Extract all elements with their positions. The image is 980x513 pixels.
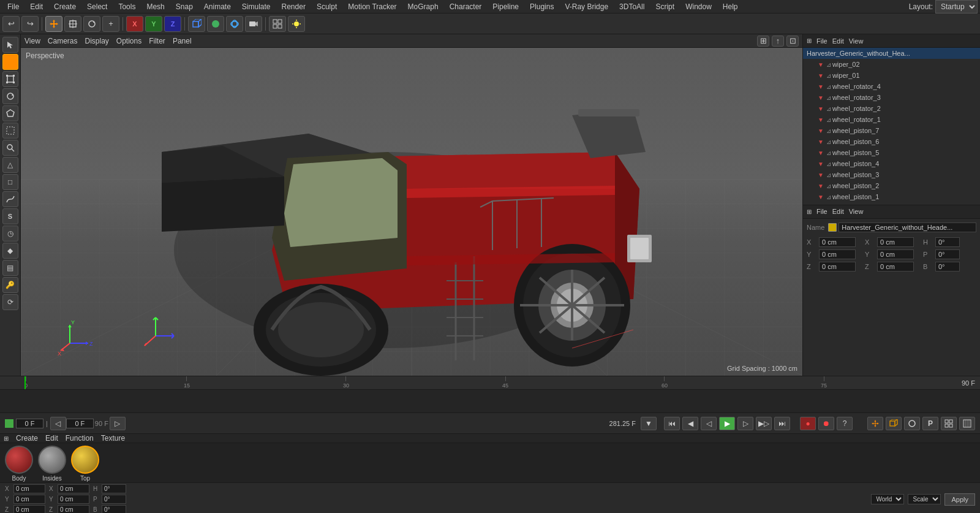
- undo-button[interactable]: ↩: [2, 16, 20, 32]
- menu-edit[interactable]: Edit: [25, 1, 48, 12]
- scale-tool[interactable]: [2, 71, 18, 87]
- paint-tool[interactable]: ◆: [2, 243, 18, 259]
- object-item-wheel_piston_2[interactable]: ▼⊿wheel_piston_2: [803, 180, 980, 191]
- camera-button[interactable]: [245, 16, 262, 32]
- object-item-wiper_01[interactable]: ▼⊿wiper_01: [803, 70, 980, 81]
- scale-tool-button[interactable]: [64, 16, 81, 32]
- menu-help[interactable]: Help: [718, 1, 743, 12]
- next-frame-btn[interactable]: ▷: [110, 417, 126, 430]
- polygon-tool[interactable]: [2, 105, 18, 121]
- menu-file[interactable]: File: [2, 1, 24, 12]
- b-rot-input[interactable]: [935, 262, 960, 272]
- menu-mograph[interactable]: MoGraph: [403, 1, 443, 12]
- rotate-tool[interactable]: [2, 88, 18, 104]
- menu-mesh[interactable]: Mesh: [141, 1, 169, 12]
- y-coord-input[interactable]: [13, 495, 45, 504]
- object-item-wiper_02[interactable]: ▼⊿wiper_02: [803, 59, 980, 70]
- reset-tool[interactable]: ⟳: [2, 294, 18, 310]
- y2-pos-input[interactable]: [877, 249, 914, 259]
- prev-frame-button[interactable]: ◁: [701, 417, 717, 430]
- box-select[interactable]: [2, 123, 18, 139]
- viewport-menu-cameras[interactable]: Cameras: [48, 37, 78, 45]
- menu-sculpt[interactable]: Sculpt: [312, 1, 342, 12]
- obj-menu-file[interactable]: File: [816, 37, 827, 45]
- y2-coord-input[interactable]: [58, 495, 89, 504]
- timeline-tool[interactable]: ◷: [2, 226, 18, 241]
- scale-select[interactable]: Scale: [908, 494, 941, 504]
- next-key-button[interactable]: ▶▷: [756, 417, 772, 430]
- timeline-btn-2[interactable]: [959, 417, 975, 430]
- object-item-wheel_piston_3[interactable]: ▼⊿wheel_piston_3: [803, 169, 980, 180]
- material-item-insides[interactable]: Insides: [38, 446, 66, 482]
- object-item-w_glass_03[interactable]: ▼⊿w_glass_03: [803, 202, 980, 205]
- record-button[interactable]: ⏺: [818, 417, 834, 430]
- timeline-ruler[interactable]: 0153045607590 90 F: [0, 376, 980, 390]
- mat-menu-function[interactable]: Function: [66, 434, 94, 443]
- p-btn[interactable]: P: [922, 417, 938, 430]
- object-item-wheel_piston_1[interactable]: ▼⊿wheel_piston_1: [803, 191, 980, 202]
- x-coord-input[interactable]: [13, 484, 45, 493]
- menu-animate[interactable]: Animate: [199, 1, 236, 12]
- x2-coord-input[interactable]: [58, 484, 89, 493]
- key-tool[interactable]: 🔑: [2, 277, 18, 293]
- spline-tool[interactable]: [2, 191, 18, 207]
- s-tool[interactable]: S: [2, 208, 18, 224]
- sphere-button[interactable]: [207, 16, 224, 32]
- playback-value-btn[interactable]: ▼: [641, 417, 657, 430]
- mat-menu-create[interactable]: Create: [16, 434, 38, 443]
- z2-coord-input[interactable]: [58, 505, 89, 513]
- viewport-menu-display[interactable]: Display: [85, 37, 108, 45]
- object-item-wheel_rotator_1[interactable]: ▼⊿wheel_rotator_1: [803, 114, 980, 125]
- z-pos-input[interactable]: [819, 262, 856, 272]
- frame-count-input[interactable]: [66, 419, 94, 428]
- go-start-button[interactable]: ⏮: [664, 417, 680, 430]
- menu-snap[interactable]: Snap: [171, 1, 198, 12]
- redo-button[interactable]: ↪: [21, 16, 39, 32]
- obj-menu-view[interactable]: View: [849, 37, 864, 45]
- object-item-wheel_piston_4[interactable]: ▼⊿wheel_piston_4: [803, 158, 980, 169]
- viewport-menu-view[interactable]: View: [24, 37, 40, 45]
- mat-menu-edit[interactable]: Edit: [45, 434, 58, 443]
- viewport-icon-1[interactable]: ⊞: [757, 36, 769, 47]
- viewport-canvas[interactable]: Z Y X Perspective Grid Spacing : 1000 cm: [21, 48, 802, 376]
- y-pos-input[interactable]: [819, 249, 856, 259]
- h-rot-input[interactable]: [935, 237, 960, 247]
- x-pos-input[interactable]: [819, 237, 856, 247]
- menu-create[interactable]: Create: [49, 1, 81, 12]
- p-rot-input[interactable]: [935, 249, 960, 259]
- menu-window[interactable]: Window: [680, 1, 717, 12]
- rotate-tool-button[interactable]: [83, 16, 100, 32]
- object-item-wheel_piston_6[interactable]: ▼⊿wheel_piston_6: [803, 136, 980, 147]
- menu-plugins[interactable]: Plugins: [525, 1, 559, 12]
- move-tool[interactable]: [2, 54, 18, 70]
- viewport-menu-options[interactable]: Options: [116, 37, 141, 45]
- viewport-icon-2[interactable]: ↑: [772, 36, 784, 47]
- world-select[interactable]: World: [871, 494, 904, 504]
- menu-select[interactable]: Select: [82, 1, 112, 12]
- object-item-wheel_piston_7[interactable]: ▼⊿wheel_piston_7: [803, 125, 980, 136]
- current-frame-input[interactable]: [16, 419, 43, 428]
- light-button[interactable]: [288, 16, 305, 32]
- layer-tool[interactable]: ▤: [2, 260, 18, 276]
- auto-key-button[interactable]: ●: [800, 417, 816, 430]
- apply-button[interactable]: Apply: [944, 493, 975, 506]
- menu-tools[interactable]: Tools: [113, 1, 140, 12]
- go-end-button[interactable]: ⏭: [774, 417, 790, 430]
- p-coord-input[interactable]: [102, 495, 126, 504]
- point-select[interactable]: □: [2, 174, 18, 190]
- grid-tool-btn[interactable]: [941, 417, 957, 430]
- viewport-menu-panel[interactable]: Panel: [173, 37, 192, 45]
- x-axis-button[interactable]: X: [126, 16, 143, 32]
- z2-pos-input[interactable]: [877, 262, 914, 272]
- object-name-input[interactable]: [839, 222, 976, 232]
- object-item-wheel_piston_5[interactable]: ▼⊿wheel_piston_5: [803, 147, 980, 158]
- move-tool-button[interactable]: [45, 16, 62, 32]
- x2-pos-input[interactable]: [877, 237, 914, 247]
- material-item-body[interactable]: Body: [5, 446, 33, 482]
- z-coord-input[interactable]: [13, 505, 45, 513]
- live-select[interactable]: [2, 140, 18, 156]
- rotate-tool-btn-2[interactable]: [904, 417, 920, 430]
- menu-script[interactable]: Script: [650, 1, 679, 12]
- b-coord-input[interactable]: [102, 505, 126, 513]
- object-list[interactable]: ▼⊿wiper_02▼⊿wiper_01▼⊿wheel_rotator_4▼⊿w…: [803, 59, 980, 205]
